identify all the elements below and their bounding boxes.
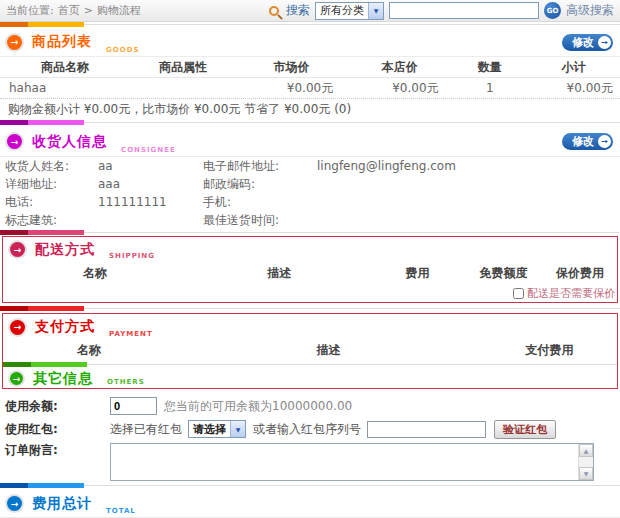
consignee-modify-label: 修改 [572,134,594,149]
shipping-col-desc: 描述 [187,262,371,284]
consignee-besttime-value [317,211,620,229]
others-section-title: 其它信息 [33,370,93,388]
total-section-subtitle: TOTAL [106,507,136,515]
payment-col-fee: 支付费用 [482,340,617,361]
consignee-name-label: 收货人姓名: [5,157,98,175]
payment-section-title: 支付方式 [35,318,95,336]
total-section-header: → 费用总计 TOTAL [0,490,620,518]
goods-divider-bar [0,22,620,28]
insurance-label: 配送是否需要保价 [527,286,615,301]
shipping-col-free-quota: 免费额度 [463,262,543,284]
consignee-phone-value: 111111111 [98,193,203,211]
others-divider-bar [3,361,617,369]
circle-arrow-icon: → [5,132,24,151]
shipping-divider-bar [0,229,620,236]
shipping-col-insurance-fee: 保价费用 [543,262,617,284]
shipping-section-title: 配送方式 [35,241,95,259]
scroll-up-icon[interactable]: ▲ [579,444,593,457]
goods-col-attr: 商品属性 [130,59,235,76]
bonus-select-label: 选择已有红包 [110,421,182,438]
consignee-name-value: aa [98,157,203,175]
go-button[interactable]: GO [544,2,561,19]
advanced-search-link[interactable]: 高级搜索 [566,2,614,19]
consignee-landmark-label: 标志建筑: [5,211,98,229]
goods-summary: 购物金额小计 ¥0.00元，比市场价 ¥0.00元 节省了 ¥0.00元 (0) [0,99,620,119]
consignee-modify-button[interactable]: 修改 → [562,133,613,150]
shipping-section-header: → 配送方式 SHIPPING [3,237,617,262]
consignee-divider-bar [0,119,620,127]
balance-hint: 您当前的可用余额为10000000.00 [164,398,352,415]
payment-col-desc: 描述 [175,340,482,361]
goods-row-subtotal: ¥0.00元 [527,80,620,97]
breadcrumb: 当前位置: 首页 > 购物流程 [6,3,269,18]
category-select[interactable]: 所有分类 ▼ [315,2,384,20]
consignee-landmark-value [98,211,203,229]
arrow-right-icon: → [598,36,611,49]
payment-section-subtitle: PAYMENT [109,330,153,338]
goods-modify-button[interactable]: 修改 → [562,34,613,51]
goods-modify-label: 修改 [572,35,594,50]
postscript-row: 订单附言: ▲ ▼ [5,442,620,482]
consignee-address-value: aaa [98,175,203,193]
bonus-label: 使用红包: [5,421,110,438]
shipping-col-fee: 费用 [371,262,463,284]
search-input[interactable] [389,2,539,19]
search-icon [269,6,279,16]
total-divider-bar [0,482,620,490]
breadcrumb-home-link[interactable]: 首页 [58,3,80,18]
consignee-email-label: 电子邮件地址: [203,157,317,175]
breadcrumb-current: 购物流程 [97,3,141,18]
total-section-title: 费用总计 [32,495,92,513]
balance-row: 使用余额: 您当前的可用余额为10000000.00 [5,396,620,416]
consignee-row: 收货人姓名: aa 电子邮件地址: lingfeng@lingfeng.com [5,157,620,175]
balance-input[interactable] [110,397,157,415]
consignee-info-grid: 收货人姓名: aa 电子邮件地址: lingfeng@lingfeng.com … [0,157,620,229]
shipping-table-header: 名称 描述 费用 免费额度 保价费用 [3,262,617,284]
shipping-col-name: 名称 [3,262,187,284]
goods-row-name[interactable]: hahaa [0,81,130,95]
top-bar: 当前位置: 首页 > 购物流程 搜索 所有分类 ▼ GO 高级搜索 [0,0,620,22]
consignee-section-header: → 收货人信息 CONSIGNEE 修改 → [0,127,620,157]
chevron-down-icon: ▼ [368,3,383,19]
circle-arrow-icon: → [8,318,27,337]
bonus-select[interactable]: 请选择 ▼ [188,420,246,438]
others-form: 使用余额: 您当前的可用余额为10000000.00 使用红包: 选择已有红包 … [0,396,620,482]
consignee-section-title: 收货人信息 [32,133,107,151]
goods-section-title: 商品列表 [32,33,92,51]
consignee-zipcode-value [317,175,620,193]
search-bar: 搜索 所有分类 ▼ GO 高级搜索 [269,2,614,20]
payment-divider-bar [0,303,620,313]
others-section-subtitle: OTHERS [107,378,145,386]
scrollbar[interactable]: ▲ ▼ [578,444,593,480]
shipping-section-box: → 配送方式 SHIPPING 名称 描述 费用 免费额度 保价费用 配送是否需… [2,236,618,303]
category-select-value: 所有分类 [316,3,368,18]
consignee-address-label: 详细地址: [5,175,98,193]
goods-col-subtotal: 小计 [527,59,620,76]
order-postscript-input[interactable] [111,444,578,480]
verify-bonus-button[interactable]: 验证红包 [494,420,556,439]
goods-table-row: hahaa ¥0.00元 ¥0.00元 1 ¥0.00元 [0,78,620,99]
bonus-select-value: 请选择 [189,422,230,437]
consignee-phone-label: 电话: [5,193,98,211]
payment-section-box: → 支付方式 PAYMENT 名称 描述 支付费用 → 其它信息 OTHERS [2,313,618,389]
bonus-sn-input[interactable] [367,421,486,438]
payment-table-header: 名称 描述 支付费用 [3,340,617,361]
consignee-besttime-label: 最佳送货时间: [203,211,317,229]
chevron-down-icon: ▼ [230,421,245,437]
consignee-row: 标志建筑: 最佳送货时间: [5,211,620,229]
goods-col-qty: 数量 [453,59,527,76]
postscript-label: 订单附言: [5,442,110,459]
breadcrumb-label: 当前位置: [6,3,54,18]
circle-arrow-icon: → [8,370,25,387]
consignee-mobile-value [317,193,620,211]
goods-col-market-price: 市场价 [236,59,348,76]
goods-table-header: 商品名称 商品属性 市场价 本店价 数量 小计 [0,57,620,78]
goods-col-shop-price: 本店价 [347,59,452,76]
circle-arrow-icon: → [8,240,27,259]
consignee-mobile-label: 手机: [203,193,317,211]
bonus-row: 使用红包: 选择已有红包 请选择 ▼ 或者输入红包序列号 验证红包 [5,419,620,439]
payment-col-name: 名称 [3,340,175,361]
insurance-checkbox[interactable] [513,288,524,299]
scroll-down-icon[interactable]: ▼ [579,467,593,480]
consignee-row: 详细地址: aaa 邮政编码: [5,175,620,193]
